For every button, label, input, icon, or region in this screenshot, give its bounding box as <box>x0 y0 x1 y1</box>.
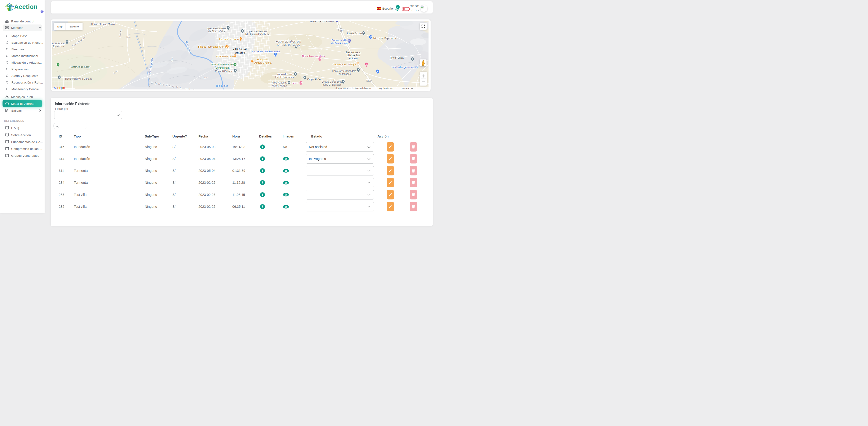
svg-text:Billares Hermanos Sierra: Billares Hermanos Sierra <box>198 45 226 48</box>
svg-text:Terms of Use: Terms of Use <box>402 87 413 89</box>
svg-text:Llantera vulcanizadora: Llantera vulcanizadora <box>332 69 356 72</box>
svg-text:Central Park: Central Park <box>215 66 229 69</box>
svg-text:de Dios, la Villa: de Dios, la Villa <box>208 30 225 33</box>
svg-text:Desvio hacia: Desvio hacia <box>346 51 361 54</box>
svg-text:Keyboard shortcuts: Keyboard shortcuts <box>354 87 371 89</box>
svg-text:del séptimo día Villa de...: del séptimo día Villa de... <box>244 33 271 36</box>
svg-text:Finca Tujaca: Finca Tujaca <box>390 56 404 59</box>
svg-text:Arely Azucena: Arely Azucena <box>272 81 287 84</box>
svg-text:Canal 28 Villamix: Canal 28 Villamix <box>215 70 234 72</box>
svg-text:Map data ©2023: Map data ©2023 <box>379 87 393 89</box>
svg-text:luz alas naciones: luz alas naciones <box>275 76 294 79</box>
svg-text:ANTONIO DE PADUA: ANTONIO DE PADUA <box>277 44 300 46</box>
svg-text:Antonio: Antonio <box>235 51 245 54</box>
svg-text:de San Antonio: de San Antonio <box>331 42 347 44</box>
svg-text:Mi Luz de Esperanza: Mi Luz de Esperanza <box>373 37 396 39</box>
svg-text:e Palmerola: e Palmerola <box>52 45 64 48</box>
svg-text:Finca Rosa de Maria: Finca Rosa de Maria <box>302 55 325 58</box>
svg-text:Copemsa Villa: Copemsa Villa <box>332 39 347 42</box>
svg-text:Antonio: Antonio <box>349 57 358 60</box>
svg-text:Map: Map <box>57 25 62 28</box>
svg-text:Grupo ALCA: Grupo ALCA <box>307 78 321 81</box>
svg-text:Recidencial Villa Mariana: Recidencial Villa Mariana <box>65 77 92 80</box>
svg-text:Comedor los Mangos: Comedor los Mangos <box>333 63 357 66</box>
svg-text:Iglesia Adventista: Iglesia Adventista <box>249 30 267 33</box>
svg-text:600m: 600m <box>126 36 131 38</box>
svg-text:House of Hope Mission: House of Hope Mission <box>91 23 116 25</box>
svg-text:Innova School: Innova School <box>347 32 363 35</box>
svg-text:hacia El Salvador: hacia El Salvador <box>322 83 341 86</box>
svg-text:Villa de San: Villa de San <box>347 54 360 57</box>
svg-text:HOGAR DE NIÑOS SAN: HOGAR DE NIÑOS SAN <box>276 40 301 43</box>
svg-text:Desvío Canal Seco: Desvío Canal Seco <box>321 80 342 83</box>
svg-text:Melara Melgar: Melara Melgar <box>272 84 287 87</box>
svg-text:Google: Google <box>54 86 65 89</box>
svg-text:La Ruta del Sabor: La Ruta del Sabor <box>219 38 240 40</box>
svg-text:texas: texas <box>292 82 298 84</box>
svg-text:Rosquillas: Rosquillas <box>257 58 269 61</box>
svg-text:Los Mangos: Los Mangos <box>338 72 350 75</box>
svg-text:variedades getsemani#3: variedades getsemani#3 <box>392 66 418 69</box>
svg-text:600m: 600m <box>170 57 173 62</box>
svg-text:TEXACO • Los Palillos: TEXACO • Los Palillos <box>310 21 334 23</box>
svg-text:Iglesia Asambleas: Iglesia Asambleas <box>207 27 226 30</box>
svg-text:RN112: RN112 <box>367 80 371 81</box>
svg-text:El Inge del Taco: El Inge del Taco <box>216 55 234 58</box>
svg-text:Pantanos de Sherk: Pantanos de Sherk <box>70 65 90 68</box>
svg-text:Villa de San Antonio: Villa de San Antonio <box>211 63 234 66</box>
svg-text:Río Tujaca: Río Tujaca <box>216 84 228 87</box>
svg-text:Lp Center 4life Research: Lp Center 4life Research <box>252 50 280 53</box>
svg-text:Villa de San: Villa de San <box>233 48 247 50</box>
svg-text:encial Brisas: encial Brisas <box>52 42 65 45</box>
svg-text:Satellite: Satellite <box>69 25 79 28</box>
svg-text:Abuela Chepita: Abuela Chepita <box>254 61 272 64</box>
svg-text:iglesia de dios: iglesia de dios <box>277 73 292 75</box>
svg-text:CA5: CA5 <box>339 29 343 31</box>
